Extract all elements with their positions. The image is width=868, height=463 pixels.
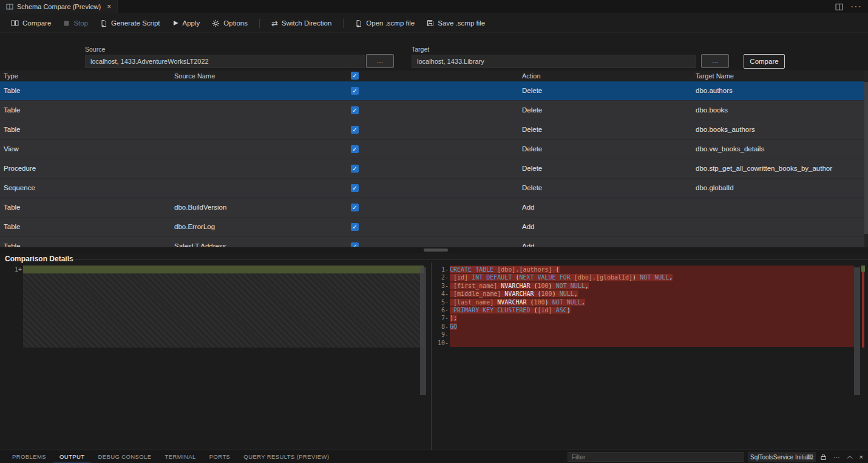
col-action[interactable]: Action	[522, 72, 541, 80]
switch-direction-button[interactable]: ⇄ Switch Direction	[265, 16, 337, 30]
close-panel-icon[interactable]: ×	[860, 454, 863, 461]
sql-token: NVARCHAR	[501, 283, 530, 289]
line-number: 9-	[432, 331, 450, 338]
generate-script-button[interactable]: Generate Script	[94, 17, 166, 30]
select-all-checkbox[interactable]: ✓	[351, 72, 359, 80]
cell-action: Delete	[522, 87, 542, 94]
target-input[interactable]	[412, 55, 696, 68]
options-button[interactable]: Options	[206, 17, 254, 30]
tab-problems[interactable]: PROBLEMS	[6, 451, 52, 462]
cell-action: Delete	[522, 126, 542, 133]
col-type[interactable]: Type	[4, 72, 18, 80]
diff-pane-divider[interactable]	[431, 262, 432, 450]
tab-debug-console[interactable]: DEBUG CONSOLE	[92, 451, 157, 462]
source-browse-button[interactable]: …	[366, 54, 394, 68]
cell-action: Add	[522, 223, 534, 230]
diff-added-line	[23, 266, 424, 273]
row-include-checkbox[interactable]: ✓	[351, 184, 359, 192]
compare-toolbar-button[interactable]: Compare	[5, 17, 57, 29]
cell-source-name: SalesLT.Address	[174, 242, 226, 247]
split-editor-icon[interactable]	[835, 3, 843, 11]
schema-compare-tab-icon	[6, 3, 13, 10]
row-include-checkbox[interactable]: ✓	[351, 145, 359, 153]
code-line[interactable]: 8-GO	[432, 323, 864, 331]
switch-direction-icon: ⇄	[271, 19, 278, 28]
table-row[interactable]: Sequence✓Deletedbo.globalId	[0, 179, 864, 198]
code-line[interactable]: 6- PRIMARY KEY CLUSTERED ([id] ASC)	[432, 306, 864, 314]
tab-schema-compare[interactable]: Schema Compare (Preview) ×	[0, 0, 118, 13]
diff-right-pane[interactable]: 1-CREATE TABLE [dbo].[authors] (2- [id] …	[432, 266, 864, 450]
cell-source-name: dbo.BuildVersion	[174, 204, 226, 211]
diff-left-pane[interactable]: 1+	[5, 266, 424, 450]
code-line[interactable]: 10-	[432, 339, 864, 347]
sql-token: (	[512, 274, 519, 281]
col-source-name[interactable]: Source Name	[174, 72, 215, 80]
source-input[interactable]	[85, 55, 365, 68]
removed-line-background	[450, 339, 854, 347]
code-line[interactable]: 2- [id] INT DEFAULT (NEXT VALUE FOR [dbo…	[432, 273, 864, 281]
table-row[interactable]: TableSalesLT.Address✓Add	[0, 237, 864, 247]
table-row[interactable]: Tabledbo.ErrorLog✓Add	[0, 218, 864, 237]
table-row[interactable]: Table✓Deletedbo.books_authors	[0, 120, 864, 140]
cell-target-name: dbo.vw_books_details	[696, 145, 764, 153]
open-scmp-button[interactable]: Open .scmp file	[349, 17, 421, 30]
output-filter-input[interactable]	[568, 452, 744, 462]
toolbar-separator	[343, 19, 344, 28]
row-include-checkbox[interactable]: ✓	[351, 165, 359, 173]
sql-token: (	[534, 290, 541, 297]
left-pane-scrollbar-thumb[interactable]	[420, 267, 426, 395]
code-line[interactable]: 4- [middle_name] NVARCHAR (100) NULL,	[432, 290, 864, 298]
cell-type: Table	[4, 87, 21, 94]
code-lines: 1-CREATE TABLE [dbo].[authors] (2- [id] …	[432, 266, 864, 347]
code-line[interactable]: 7-);	[432, 314, 864, 322]
clear-output-icon[interactable]	[806, 454, 813, 460]
tab-query-results[interactable]: QUERY RESULTS (PREVIEW)	[237, 451, 335, 462]
row-include-checkbox[interactable]: ✓	[351, 87, 359, 95]
lock-icon[interactable]	[820, 453, 827, 461]
row-include-checkbox[interactable]: ✓	[351, 126, 359, 134]
sql-token: [id]	[453, 274, 468, 281]
target-browse-button[interactable]: …	[701, 54, 729, 68]
compare-action-button[interactable]: Compare	[744, 54, 785, 69]
cell-target-name: dbo.books_authors	[696, 126, 755, 133]
details-divider	[70, 259, 868, 259]
row-include-checkbox[interactable]: ✓	[351, 242, 359, 247]
tab-terminal[interactable]: TERMINAL	[159, 451, 202, 462]
right-pane-scrollbar-thumb[interactable]	[854, 267, 860, 395]
table-row[interactable]: Tabledbo.BuildVersion✓Add	[0, 198, 864, 218]
line-number: 5-	[432, 298, 450, 306]
cell-action: Delete	[522, 184, 542, 191]
removed-inline-highlight: [last_name] NVARCHAR (100) NOT NULL,	[450, 299, 585, 306]
tab-close-icon[interactable]: ×	[107, 2, 111, 11]
apply-icon	[172, 19, 179, 27]
tab-output[interactable]: OUTPUT	[53, 451, 90, 462]
table-row[interactable]: Table✓Deletedbo.books	[0, 101, 864, 120]
cell-action: Add	[522, 204, 534, 211]
row-include-checkbox[interactable]: ✓	[351, 223, 359, 231]
panel-more-actions-icon[interactable]: ···	[833, 454, 840, 461]
sash-handle[interactable]	[424, 249, 448, 252]
row-include-checkbox[interactable]: ✓	[351, 106, 359, 114]
removed-line-background: [id] INT DEFAULT (NEXT VALUE FOR [dbo].[…	[450, 273, 854, 281]
table-row[interactable]: View✓Deletedbo.vw_books_details	[0, 140, 864, 159]
removed-inline-highlight: PRIMARY KEY CLUSTERED ([id] ASC)	[450, 307, 571, 314]
tab-ports[interactable]: PORTS	[203, 451, 237, 462]
sql-token: (	[530, 283, 537, 289]
table-row[interactable]: Procedure✓Deletedbo.stp_get_all_cowritte…	[0, 159, 864, 179]
sql-token: (	[556, 266, 560, 273]
stop-button: Stop	[57, 17, 94, 29]
more-actions-icon[interactable]: ···	[850, 1, 862, 12]
code-line[interactable]: 5- [last_name] NVARCHAR (100) NOT NULL,	[432, 298, 864, 306]
save-scmp-button[interactable]: Save .scmp file	[421, 17, 491, 29]
code-line[interactable]: 1-CREATE TABLE [dbo].[authors] (	[432, 266, 864, 273]
target-label: Target	[412, 46, 429, 53]
row-include-checkbox[interactable]: ✓	[351, 204, 359, 211]
code-line[interactable]: 9-	[432, 331, 864, 338]
table-row[interactable]: Table✓Deletedbo.authors	[0, 81, 864, 101]
code-line[interactable]: 3- [first_name] NVARCHAR (100) NOT NULL,	[432, 282, 864, 290]
grid-scrollbar-thumb[interactable]	[864, 82, 868, 234]
maximize-panel-icon[interactable]	[847, 455, 853, 459]
sql-token: ,	[585, 283, 589, 289]
col-target-name[interactable]: Target Name	[696, 72, 734, 80]
apply-button[interactable]: Apply	[166, 17, 206, 29]
